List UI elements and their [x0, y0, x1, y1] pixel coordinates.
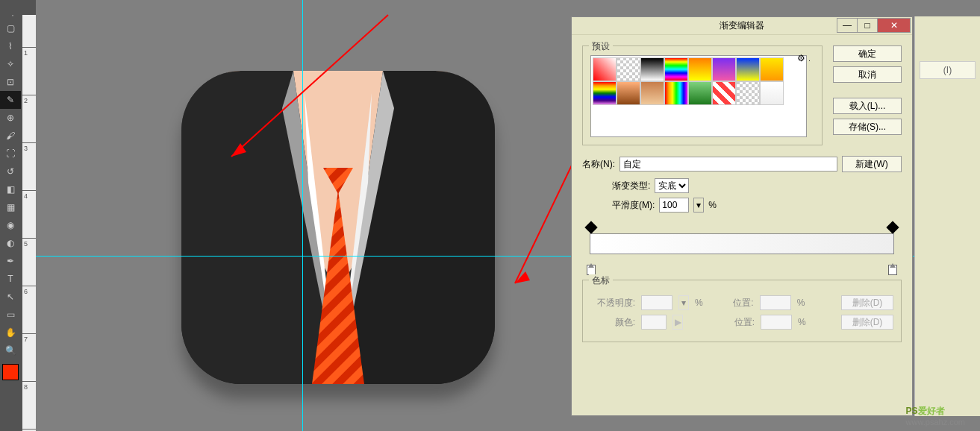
gradient-editor-dialog: 渐变编辑器 — □ ✕ 预设 ⚙﹒: [571, 16, 913, 416]
zoom-tool[interactable]: 🔍: [0, 342, 21, 359]
preset-swatch[interactable]: [664, 81, 688, 105]
stops-label: 色标: [589, 274, 613, 287]
smooth-input[interactable]: [659, 198, 689, 213]
color-stop-right[interactable]: [888, 265, 897, 275]
crop-tool[interactable]: ⊡: [0, 73, 21, 91]
dialog-titlebar[interactable]: 渐变编辑器 — □ ✕: [572, 17, 912, 35]
gradient-ramp[interactable]: [582, 223, 902, 275]
eyedropper-tool[interactable]: ✎: [0, 91, 21, 109]
opacity-label: 不透明度:: [590, 297, 635, 309]
preset-swatch[interactable]: [688, 81, 712, 105]
wand-tool[interactable]: ✧: [0, 55, 21, 73]
preset-swatch[interactable]: [640, 81, 664, 105]
position-label-1: 位置:: [709, 297, 754, 309]
blur-tool[interactable]: ◉: [0, 216, 21, 234]
opacity-input: [641, 295, 672, 310]
chevron-right-icon: ▶: [672, 315, 683, 330]
preset-swatch[interactable]: [688, 57, 712, 81]
preset-swatch[interactable]: [617, 81, 640, 105]
watermark: PS爱好者 www.psahz.com: [906, 400, 965, 427]
color-stop-left[interactable]: [587, 265, 596, 275]
vertical-ruler: 0 1 2 3 4 5 6 7 8: [22, 0, 36, 431]
preset-swatch[interactable]: [736, 81, 760, 105]
cancel-button[interactable]: 取消: [833, 66, 902, 83]
panel-stub[interactable]: (I): [920, 61, 976, 79]
guide-vertical[interactable]: [302, 0, 303, 431]
new-button[interactable]: 新建(W): [842, 156, 902, 172]
minimize-button[interactable]: —: [837, 18, 858, 33]
right-panel: (I): [914, 16, 980, 416]
preset-grid[interactable]: [590, 55, 807, 137]
smooth-dropdown-icon[interactable]: ▾: [693, 198, 704, 213]
stamp-tool[interactable]: ⛶: [0, 145, 21, 163]
opacity-stop-left[interactable]: [585, 221, 598, 234]
path-tool[interactable]: ↖: [0, 288, 21, 306]
pen-tool[interactable]: ✒: [0, 252, 21, 270]
position-label-2: 位置:: [710, 316, 755, 329]
eraser-tool[interactable]: ◧: [0, 180, 21, 198]
tool-palette: ▸┼ ▢ ⌇ ✧ ⊡ ✎ ⊕ 🖌 ⛶ ↺ ◧ ▦ ◉ ◐ ✒ T ↖ ▭ ✋ 🔍: [0, 0, 22, 431]
delete-opacity-button: 删除(D): [841, 295, 893, 310]
presets-label: 预设: [589, 40, 613, 53]
color-label: 颜色:: [590, 316, 635, 329]
preset-swatch[interactable]: [593, 81, 617, 105]
preset-swatch[interactable]: [760, 81, 784, 105]
marquee-tool[interactable]: ▢: [0, 19, 21, 37]
type-select[interactable]: 实底: [655, 178, 689, 193]
suit-icon-artwork: [181, 71, 495, 384]
position-input-2: [761, 315, 792, 330]
ok-button[interactable]: 确定: [833, 45, 902, 62]
gradient-tool[interactable]: ▦: [0, 198, 21, 216]
close-button[interactable]: ✕: [877, 18, 911, 33]
dodge-tool[interactable]: ◐: [0, 234, 21, 252]
lasso-tool[interactable]: ⌇: [0, 37, 21, 55]
load-button[interactable]: 载入(L)...: [833, 98, 902, 114]
gradient-bar[interactable]: [590, 233, 894, 254]
type-label: 渐变类型:: [612, 180, 650, 192]
maximize-button[interactable]: □: [857, 18, 878, 33]
shape-tool[interactable]: ▭: [0, 306, 21, 324]
preset-swatch[interactable]: [736, 57, 760, 81]
percent-label: %: [708, 200, 717, 210]
preset-swatch[interactable]: [640, 57, 664, 81]
type-tool[interactable]: T: [0, 270, 21, 288]
preset-swatch[interactable]: [664, 57, 688, 81]
name-label: 名称(N):: [582, 158, 615, 171]
gear-icon[interactable]: ⚙﹒: [797, 52, 814, 65]
dropdown-icon: ▾: [678, 295, 689, 310]
history-brush-tool[interactable]: ↺: [0, 163, 21, 180]
dialog-title: 渐变编辑器: [720, 19, 764, 32]
delete-color-button: 删除(D): [841, 315, 893, 330]
opacity-stop-right[interactable]: [887, 221, 899, 234]
preset-swatch[interactable]: [593, 57, 617, 81]
name-input[interactable]: [619, 157, 837, 172]
smooth-label: 平滑度(M):: [612, 199, 655, 212]
preset-swatch[interactable]: [617, 57, 640, 81]
foreground-color[interactable]: [2, 364, 19, 380]
heal-tool[interactable]: ⊕: [0, 109, 21, 127]
hand-tool[interactable]: ✋: [0, 324, 21, 342]
suit-svg: [181, 71, 495, 384]
position-input-1: [760, 295, 791, 310]
preset-swatch[interactable]: [712, 81, 736, 105]
save-button[interactable]: 存储(S)...: [833, 119, 902, 135]
preset-swatch[interactable]: [760, 57, 784, 81]
color-chip: [641, 315, 667, 330]
preset-swatch[interactable]: [712, 57, 736, 81]
brush-tool[interactable]: 🖌: [0, 127, 21, 145]
